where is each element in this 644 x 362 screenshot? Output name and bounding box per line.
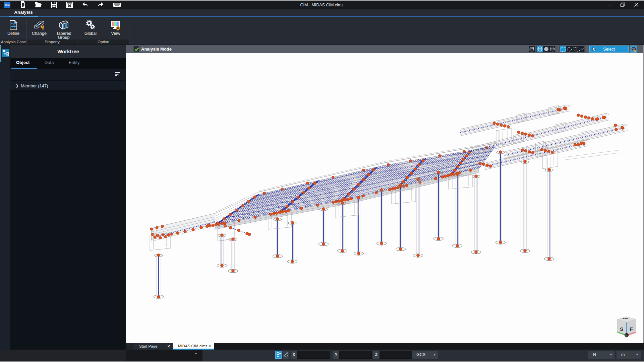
svg-text:F: F [630, 326, 633, 332]
svg-text:S: S [620, 326, 623, 332]
svg-text:A: A [533, 47, 534, 49]
